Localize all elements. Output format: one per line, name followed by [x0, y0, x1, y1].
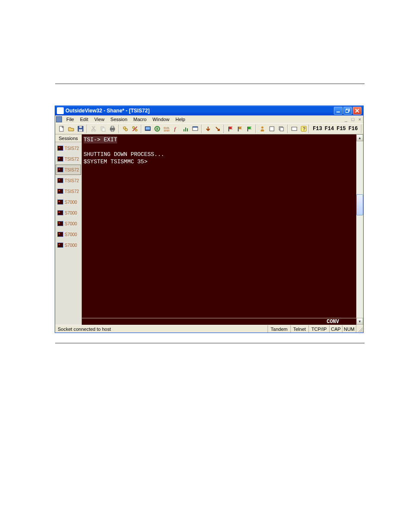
session-item[interactable]: S7000: [56, 240, 81, 250]
rect-icon[interactable]: [290, 124, 299, 134]
restore-button[interactable]: [343, 107, 352, 115]
status-bar: Socket connected to host Tandem Telnet T…: [55, 325, 363, 333]
session-item[interactable]: S7000: [56, 197, 81, 207]
menu-window[interactable]: Window: [150, 116, 172, 122]
session-label: TSIS72: [65, 146, 79, 151]
fkey-f16[interactable]: F16: [349, 126, 358, 132]
session-label: TSIS72: [65, 168, 79, 172]
flag3-icon[interactable]: [245, 124, 254, 134]
session-item[interactable]: TSIS72: [56, 143, 81, 153]
terminal-session-icon: [57, 146, 63, 151]
toolbar: 01011010 f ? F13: [55, 123, 363, 134]
flag2-icon[interactable]: [235, 124, 245, 134]
sessions-list: TSIS72TSIS72TSIS72TSIS72TSIS72S7000S7000…: [55, 142, 81, 325]
svg-rect-38: [292, 127, 297, 131]
terminal-session-icon: [57, 232, 63, 237]
terminal-mode-label: CONV: [327, 319, 339, 325]
svg-point-20: [155, 127, 160, 131]
scroll-up-icon[interactable]: ▲: [356, 134, 363, 141]
svg-rect-27: [185, 128, 186, 131]
session-label: S7000: [65, 243, 77, 248]
cut-icon[interactable]: [89, 124, 98, 134]
arrow-down-icon[interactable]: [203, 124, 213, 134]
open-icon[interactable]: [66, 124, 76, 134]
resize-grip-icon[interactable]: [356, 325, 363, 333]
svg-rect-37: [280, 128, 283, 131]
square-icon[interactable]: [267, 124, 277, 134]
minimize-button[interactable]: [334, 107, 342, 115]
terminal-status-line: CONV: [82, 318, 356, 325]
flag-icon[interactable]: [226, 124, 235, 134]
menu-file[interactable]: File: [64, 116, 77, 122]
mdi-minimize-icon[interactable]: _: [343, 117, 349, 122]
scroll-track[interactable]: [356, 141, 363, 318]
stack-icon[interactable]: [277, 124, 286, 134]
fkey-f14[interactable]: F14: [325, 126, 334, 132]
new-file-icon[interactable]: [57, 124, 66, 134]
vertical-scrollbar[interactable]: ▲ ▼: [356, 134, 363, 325]
scroll-thumb[interactable]: [356, 194, 363, 215]
svg-rect-35: [270, 127, 274, 131]
sessions-header: Sessions: [55, 134, 81, 142]
session-item[interactable]: TSIS72: [56, 154, 81, 164]
mdi-child-icon[interactable]: [56, 116, 62, 122]
close-button[interactable]: [353, 107, 361, 115]
terminal-session-icon: [57, 199, 63, 205]
session-label: S7000: [65, 200, 77, 205]
page-divider: [55, 343, 364, 343]
copy-icon[interactable]: [98, 124, 108, 134]
client-area: Sessions TSIS72TSIS72TSIS72TSIS72TSIS72S…: [55, 134, 363, 325]
window-controls: [334, 107, 361, 115]
save-icon[interactable]: [76, 124, 85, 134]
menu-session[interactable]: Session: [108, 116, 130, 122]
bars-icon[interactable]: [181, 124, 190, 134]
binary-icon[interactable]: 01011010: [162, 124, 171, 134]
svg-rect-0: [336, 112, 340, 112]
session-item[interactable]: S7000: [56, 229, 81, 240]
menu-edit[interactable]: Edit: [78, 116, 91, 122]
window-icon[interactable]: [190, 124, 200, 134]
terminal-line: TSI-> EXIT: [84, 136, 117, 143]
terminal-icon[interactable]: [143, 124, 153, 134]
svg-rect-31: [228, 127, 229, 131]
disconnect-icon[interactable]: [130, 124, 140, 134]
terminal-wrap: TSI-> EXIT SHUTTING DOWN PROCESS...$SYST…: [82, 134, 363, 325]
help-icon[interactable]: ?: [299, 124, 308, 134]
status-protocol: Telnet: [291, 325, 309, 333]
fkey-f13[interactable]: F13: [313, 126, 322, 132]
svg-rect-10: [102, 128, 105, 131]
status-transport: TCP/IP: [309, 325, 330, 333]
fkey-f15[interactable]: F15: [336, 126, 346, 132]
svg-point-34: [262, 127, 264, 129]
svg-rect-30: [193, 127, 198, 128]
session-item[interactable]: S7000: [56, 208, 81, 218]
function-icon[interactable]: f: [171, 124, 181, 134]
svg-point-15: [125, 128, 128, 131]
session-item[interactable]: TSIS72: [56, 175, 81, 186]
pause-icon[interactable]: [153, 124, 162, 134]
menu-view[interactable]: View: [92, 116, 107, 122]
arrow-script-icon[interactable]: [213, 124, 222, 134]
title-bar[interactable]: OutsideView32 - Shane* - [TSIS72]: [55, 106, 363, 115]
svg-rect-13: [111, 130, 114, 131]
person-icon[interactable]: [258, 124, 267, 134]
application-window: OutsideView32 - Shane* - [TSIS72] File E…: [55, 106, 364, 333]
menu-help[interactable]: Help: [173, 116, 188, 122]
svg-rect-19: [146, 127, 150, 130]
svg-rect-28: [187, 128, 188, 131]
status-emulation: Tandem: [268, 325, 290, 333]
session-item[interactable]: TSIS72: [56, 186, 81, 196]
session-item[interactable]: S7000: [56, 218, 81, 229]
print-icon[interactable]: [108, 124, 117, 134]
terminal-line: [84, 143, 355, 151]
menu-macro[interactable]: Macro: [131, 116, 149, 122]
terminal[interactable]: TSI-> EXIT SHUTTING DOWN PROCESS...$SYST…: [82, 134, 356, 325]
terminal-session-icon: [57, 210, 63, 215]
session-item[interactable]: TSIS72: [56, 165, 81, 175]
scroll-down-icon[interactable]: ▼: [356, 318, 363, 325]
mdi-close-icon[interactable]: ×: [357, 117, 362, 122]
session-label: S7000: [65, 232, 77, 237]
connect-icon[interactable]: [121, 124, 130, 134]
mdi-restore-icon[interactable]: □: [350, 117, 355, 122]
fkey-group-2: F13 F14: [363, 126, 364, 132]
